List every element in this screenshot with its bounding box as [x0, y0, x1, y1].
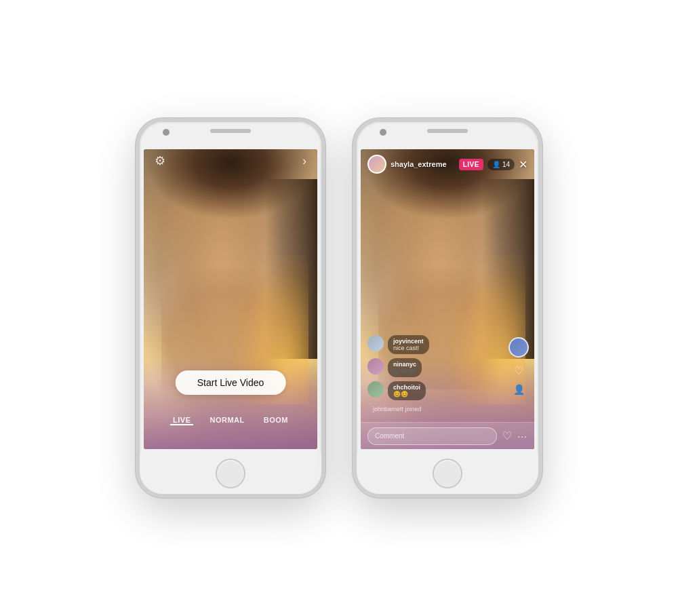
comment-more-icon[interactable]: ···: [517, 431, 527, 442]
phone-2-top-bar: shayla_extreme LIVE 👤 14 ✕: [361, 155, 534, 174]
user-info: shayla_extreme: [367, 155, 447, 174]
commenter-avatar-3: [367, 381, 384, 398]
commenter-avatar-1: [367, 335, 384, 351]
start-live-button[interactable]: Start Live Video: [176, 370, 286, 395]
phone-2-bottom: [357, 453, 538, 494]
mode-live[interactable]: LIVE: [170, 415, 193, 425]
comment-placeholder: Comment: [375, 432, 404, 440]
comment-message-3: 😊😊: [393, 391, 420, 398]
camera-dot: [163, 129, 170, 136]
chevron-right-icon[interactable]: ›: [302, 155, 306, 167]
comment-bar[interactable]: Comment ♡ ···: [361, 422, 534, 449]
mode-bar: LIVE NORMAL BOOM: [144, 415, 317, 425]
gear-icon[interactable]: ⚙: [155, 155, 165, 167]
close-button[interactable]: ✕: [519, 158, 527, 171]
commenter-name-1: joyvincent: [393, 338, 424, 345]
comment-bubble-1: joyvincent nice cast!: [388, 335, 429, 354]
mode-normal[interactable]: NORMAL: [207, 415, 247, 425]
comment-message-1: nice cast!: [393, 345, 424, 351]
comment-row-2: ninanyc 🎶🎶🎶: [367, 358, 527, 377]
phone-1-bottom: [140, 453, 321, 494]
phone-1-screen: ⚙ › Start Live Video LIVE NORMAL BOOM: [144, 149, 317, 449]
phone-1: ⚙ › Start Live Video LIVE NORMAL BOOM: [136, 118, 325, 498]
mode-boomerang[interactable]: BOOM: [261, 415, 291, 425]
comment-row-1: joyvincent nice cast!: [367, 335, 527, 354]
commenter-name-3: chchoitoi: [393, 384, 420, 391]
username-label: shayla_extreme: [391, 160, 447, 168]
home-button-1[interactable]: [216, 459, 245, 488]
phone-1-top-bar: ⚙ ›: [144, 155, 317, 167]
comment-input[interactable]: Comment: [367, 427, 497, 445]
viewers-badge: 👤 14: [487, 159, 515, 170]
live-badge: LIVE: [459, 159, 483, 170]
viewer-icon: 👤: [492, 161, 500, 168]
commenter-avatar-2: [367, 358, 384, 374]
commenter-name-2: ninanyc: [393, 361, 416, 368]
viewer-count: 14: [502, 161, 510, 168]
join-notification: johnbarnett joined: [367, 404, 527, 414]
comment-bubble-2: ninanyc 🎶🎶🎶: [388, 358, 422, 377]
top-bar-right: LIVE 👤 14 ✕: [459, 158, 527, 171]
comment-heart-icon[interactable]: ♡: [502, 429, 512, 442]
comment-bubble-3: chchoitoi 😊😊: [388, 381, 426, 400]
avatar: [367, 155, 386, 174]
comment-message-2: 🎶🎶🎶: [393, 368, 416, 374]
home-button-2[interactable]: [433, 459, 462, 488]
phone-2-screen: shayla_extreme LIVE 👤 14 ✕ ♡ 👤: [361, 149, 534, 449]
phone-2: shayla_extreme LIVE 👤 14 ✕ ♡ 👤: [353, 118, 542, 498]
comments-area: joyvincent nice cast! ninanyc 🎶🎶🎶 chchoi…: [361, 335, 534, 414]
comment-row-3: chchoitoi 😊😊: [367, 381, 527, 400]
camera-dot-2: [380, 129, 386, 136]
